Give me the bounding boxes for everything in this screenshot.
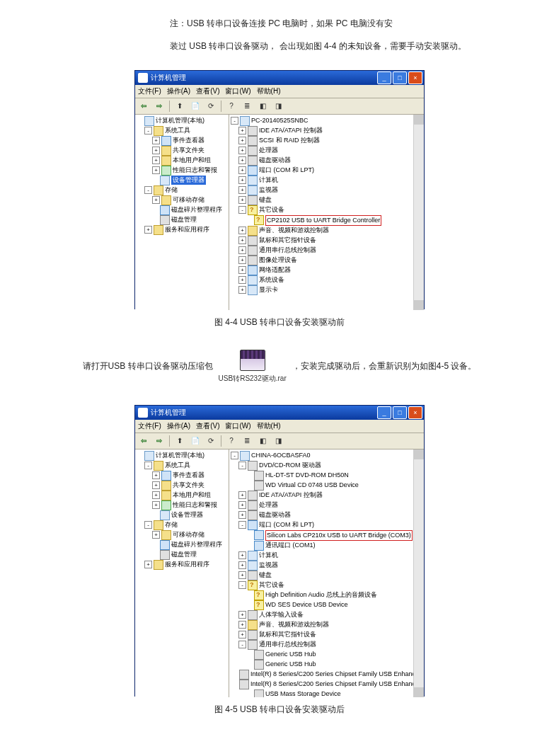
up-button[interactable]: ⬆ <box>173 434 187 448</box>
tree-item[interactable]: High Definition Audio 总线上的音频设备 <box>231 590 422 600</box>
rar-file[interactable]: USB转RS232驱动.rar <box>219 350 287 384</box>
tree-item[interactable]: 设备管理器 <box>137 176 227 185</box>
menubar[interactable]: 文件(F) 操作(A) 查看(V) 窗口(W) 帮助(H) <box>135 85 424 98</box>
tree-item[interactable]: 通讯端口 (COM1) <box>231 541 422 551</box>
tree-item[interactable]: +监视器 <box>231 185 422 195</box>
titlebar[interactable]: 计算机管理 _ □ × <box>135 406 424 420</box>
expand-icon[interactable]: + <box>238 621 246 629</box>
tree-item[interactable]: +键盘 <box>231 195 422 205</box>
tree-item[interactable]: +键盘 <box>231 571 422 580</box>
tree-item[interactable]: WD SES Device USB Device <box>231 600 422 610</box>
expand-icon[interactable]: - <box>144 127 152 134</box>
expand-icon[interactable]: - <box>144 462 152 469</box>
menu-window[interactable]: 窗口(W) <box>225 86 250 96</box>
tree-item[interactable]: +鼠标和其它指针设备 <box>231 236 422 246</box>
fwd-button[interactable]: ⇨ <box>152 434 166 448</box>
tree-item[interactable]: +监视器 <box>231 561 422 571</box>
tree-item[interactable]: HL-DT-ST DVD-ROM DH50N <box>231 471 422 481</box>
menu-view[interactable]: 查看(V) <box>196 421 219 431</box>
menu-window[interactable]: 窗口(W) <box>225 421 250 431</box>
tree-item[interactable]: Silicon Labs CP210x USB to UART Bridge (… <box>231 530 422 541</box>
list-button[interactable]: ≣ <box>240 434 254 448</box>
menu-help[interactable]: 帮助(H) <box>257 86 281 96</box>
up-button[interactable]: ⬆ <box>173 99 187 113</box>
expand-icon[interactable]: - <box>238 462 246 469</box>
expand-icon[interactable]: + <box>238 286 246 294</box>
tree-item[interactable]: +共享文件夹 <box>137 481 227 491</box>
expand-icon[interactable]: + <box>152 531 160 539</box>
titlebar[interactable]: 计算机管理 _ □ × <box>135 71 424 85</box>
expand-icon[interactable]: + <box>238 176 246 184</box>
tree-item[interactable]: +性能日志和警报 <box>137 166 227 176</box>
expand-icon[interactable]: - <box>238 581 246 589</box>
help-button[interactable]: ? <box>224 99 238 113</box>
tree-item[interactable]: -PC-20140525SNBC <box>231 116 422 126</box>
expand-icon[interactable]: + <box>152 471 160 479</box>
tree-item[interactable]: USB Mass Storage Device <box>231 689 422 697</box>
expand-icon[interactable]: + <box>238 156 246 164</box>
tree-item[interactable]: -DVD/CD-ROM 驱动器 <box>231 461 422 471</box>
tree-item[interactable]: Generic USB Hub <box>231 650 422 660</box>
back-button[interactable]: ⇦ <box>137 99 151 113</box>
expand-icon[interactable]: + <box>152 147 160 154</box>
tree-item[interactable]: +性能日志和警报 <box>137 500 227 510</box>
expand-icon[interactable]: + <box>238 227 246 234</box>
expand-icon[interactable]: - <box>144 521 152 529</box>
tree-item[interactable]: Generic USB Hub <box>231 660 422 670</box>
expand-icon[interactable]: - <box>231 452 238 459</box>
expand-icon[interactable]: + <box>238 147 246 154</box>
expand-icon[interactable]: + <box>152 491 160 499</box>
expand-icon[interactable]: + <box>152 481 160 489</box>
expand-icon[interactable]: + <box>238 276 246 284</box>
scrollbar[interactable] <box>413 449 424 697</box>
tree-item[interactable]: Intel(R) 8 Series/C200 Series Chipset Fa… <box>231 680 422 689</box>
expand-icon[interactable]: + <box>152 196 160 204</box>
menu-view[interactable]: 查看(V) <box>196 86 219 96</box>
tree-item[interactable]: -存储 <box>137 520 227 530</box>
maximize-button[interactable]: □ <box>393 406 407 419</box>
minimize-button[interactable]: _ <box>377 406 391 419</box>
tree-item[interactable]: +可移动存储 <box>137 195 227 205</box>
list3-button[interactable]: ◨ <box>271 99 285 113</box>
tree-item[interactable]: +SCSI 和 RAID 控制器 <box>231 136 422 146</box>
expand-icon[interactable]: + <box>238 166 246 174</box>
tree-item[interactable]: 磁盘碎片整理程序 <box>137 205 227 215</box>
tree-item[interactable]: 磁盘碎片整理程序 <box>137 540 227 550</box>
tree-item[interactable]: -系统工具 <box>137 126 227 136</box>
scrollbar[interactable] <box>413 115 424 310</box>
expand-icon[interactable]: + <box>238 246 246 254</box>
tree-item[interactable]: +处理器 <box>231 500 422 510</box>
tree-item[interactable]: -其它设备 <box>231 205 422 215</box>
expand-icon[interactable]: + <box>144 226 152 234</box>
tree-item[interactable]: 设备管理器 <box>137 510 227 520</box>
menu-action[interactable]: 操作(A) <box>167 86 190 96</box>
tree-item[interactable]: +IDE ATA/ATAPI 控制器 <box>231 126 422 136</box>
expand-icon[interactable]: + <box>152 166 160 174</box>
tree-item[interactable]: +本地用户和组 <box>137 491 227 500</box>
expand-icon[interactable]: + <box>238 611 246 619</box>
tree-item[interactable]: +计算机 <box>231 551 422 561</box>
expand-icon[interactable]: + <box>238 561 246 569</box>
expand-icon[interactable]: + <box>238 266 246 274</box>
tree-item[interactable]: 计算机管理(本地) <box>137 116 227 126</box>
tree-item[interactable]: +声音、视频和游戏控制器 <box>231 620 422 630</box>
tree-item[interactable]: +系统设备 <box>231 275 422 285</box>
expand-icon[interactable]: + <box>238 631 246 638</box>
expand-icon[interactable]: + <box>152 501 160 509</box>
tree-item[interactable]: -存储 <box>137 185 227 195</box>
tree-item[interactable]: -系统工具 <box>137 461 227 471</box>
list-button[interactable]: ≣ <box>240 99 254 113</box>
minimize-button[interactable]: _ <box>377 71 391 84</box>
refresh-button[interactable]: ⟳ <box>204 434 218 448</box>
menubar[interactable]: 文件(F) 操作(A) 查看(V) 窗口(W) 帮助(H) <box>135 420 424 433</box>
tree-item[interactable]: WD Virtual CD 0748 USB Device <box>231 481 422 491</box>
left-tree[interactable]: 计算机管理(本地)-系统工具+事件查看器+共享文件夹+本地用户和组+性能日志和警… <box>135 115 229 310</box>
tree-item[interactable]: 计算机管理(本地) <box>137 451 227 461</box>
list3-button[interactable]: ◨ <box>271 434 285 448</box>
props-button[interactable]: 📄 <box>188 434 202 448</box>
menu-help[interactable]: 帮助(H) <box>257 421 281 431</box>
tree-item[interactable]: +通用串行总线控制器 <box>231 246 422 256</box>
tree-item[interactable]: +人体学输入设备 <box>231 610 422 620</box>
expand-icon[interactable]: + <box>144 561 152 568</box>
tree-item[interactable]: +网络适配器 <box>231 265 422 275</box>
